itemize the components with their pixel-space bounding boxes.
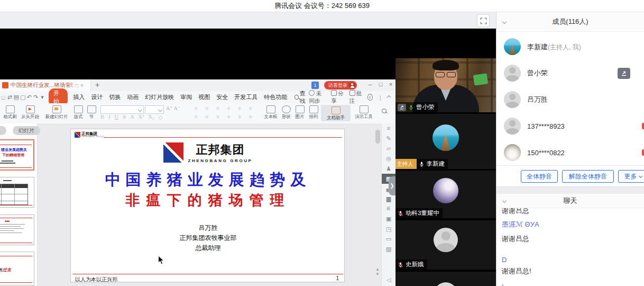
layout-button[interactable]: 版式 [71, 104, 86, 120]
collapse-chat-icon[interactable] [502, 199, 507, 203]
photo-icon[interactable]: ▨ [382, 244, 395, 254]
sync-status[interactable]: 未同步 [309, 90, 326, 105]
frame-icon[interactable]: ▭ [382, 234, 395, 244]
window-close-button[interactable]: × [387, 81, 395, 87]
more-button[interactable]: 更多 [618, 170, 644, 183]
font-name-select[interactable] [100, 105, 144, 114]
preview-icon[interactable]: ▢ [20, 94, 26, 101]
menu-transition[interactable]: 切换 [109, 93, 121, 101]
video-tile-zengxiaorong[interactable]: 曾小荣 [395, 58, 496, 112]
more-menu-icon[interactable]: ⋮ [378, 94, 383, 101]
present-tools-button[interactable]: 演示工具 [353, 104, 374, 120]
menu-security[interactable]: 安全 [216, 93, 228, 101]
menu-animation[interactable]: 动画 [127, 93, 139, 101]
redo-icon[interactable]: ↷ [33, 94, 39, 101]
chat-message-list[interactable]: 谢谢吕总 墨涯ℳ ΘУΑ 谢谢吕总 D 谢谢吕总! L [496, 208, 644, 286]
undo-icon[interactable]: ↶ [26, 94, 32, 101]
print-icon[interactable]: ▤ [13, 94, 20, 101]
strikethrough-button[interactable]: S [123, 114, 126, 120]
menu-devtools[interactable]: 开发工具 [234, 93, 257, 101]
menu-slideshow[interactable]: 幻灯片放映 [145, 93, 174, 101]
slide-scrollbar-thumb[interactable] [375, 130, 380, 144]
unmute-all-button[interactable]: 解除全体静音 [562, 170, 614, 183]
textbox-button[interactable]: 文本框 [262, 104, 279, 120]
italic-button[interactable]: I [108, 114, 111, 120]
video-tile-partial[interactable] [395, 272, 496, 286]
guest-login-button[interactable]: 访客登录 [324, 81, 357, 90]
slides-tab-pill[interactable]: 幻灯片 [13, 126, 40, 135]
settings-icon[interactable]: ◎ [382, 154, 395, 164]
member-row[interactable]: 李新建(主持人, 我) [496, 33, 644, 60]
help-icon[interactable]: i [367, 94, 373, 101]
flow-icon[interactable]: ⚟ [382, 204, 395, 214]
superscript-button[interactable]: X² [139, 114, 144, 120]
paragraph-icons-row1[interactable]: ≡ ≡ ≡ ≡ ≡ ≡ [195, 105, 255, 111]
section-button[interactable]: 节 [87, 104, 96, 120]
video-tile-lixinjian[interactable]: 主持人 李新建 [395, 114, 496, 169]
award-icon[interactable]: ♟ [382, 164, 395, 174]
window-minimize-button[interactable]: – [366, 81, 374, 87]
comment-button[interactable]: 批注 [349, 90, 363, 105]
menu-review[interactable]: 审阅 [180, 93, 192, 101]
slide-thumbnail-4[interactable]: 猪行业的过去 [0, 252, 34, 285]
play-from-start-button[interactable]: 从头开始 [19, 104, 41, 120]
member-row[interactable]: 150****0822 [496, 139, 644, 166]
slide-thumbnail-2[interactable] [0, 177, 34, 208]
tab-close-icon[interactable]: × [80, 83, 84, 88]
menu-insert[interactable]: 插入 [73, 93, 85, 101]
font-size-select[interactable] [145, 105, 164, 114]
slide-thumbnail-3[interactable]: ■■■ [0, 215, 34, 245]
bold-button[interactable]: B [100, 114, 104, 120]
slide-thumbnail-1[interactable]: 猪业发展趋势及 下的精细管理 [0, 139, 34, 171]
member-row[interactable]: 曾小荣 [496, 60, 644, 86]
menu-view[interactable]: 视图 [198, 93, 210, 101]
find-button[interactable]: 查找 [295, 90, 309, 105]
panel-expander-handle[interactable]: ❯ [389, 176, 395, 195]
chat-message: 谢谢吕总! [502, 266, 531, 276]
chat-header[interactable]: 聊天 [496, 194, 644, 208]
member-row[interactable]: 吕万胜 [496, 86, 644, 113]
notification-badge[interactable]: 1 [311, 82, 319, 89]
tab-pin-icon[interactable]: □ [75, 83, 78, 88]
video-tile-shixine[interactable]: 史新娥 [395, 220, 496, 270]
new-tab-button[interactable]: + [95, 81, 99, 89]
style-brush-icon[interactable]: ✎ [382, 133, 395, 144]
speaker-icon[interactable]: ◁ [382, 275, 395, 285]
object-icon[interactable]: ▱ [382, 144, 395, 154]
format-painter-button[interactable]: 格式刷 [2, 104, 18, 120]
font-color-button[interactable]: A [130, 114, 134, 120]
image-tool-icon[interactable]: ▣ [382, 214, 395, 224]
member-sharing-icon [618, 68, 630, 79]
collapse-members-icon[interactable] [502, 20, 507, 24]
video-tile-dongyaozhong[interactable]: 动科3董耀中 [395, 171, 496, 218]
chat-message: 谢谢吕总 [502, 234, 529, 244]
mute-all-button[interactable]: 全体静音 [521, 170, 558, 183]
ribbon-search-icon[interactable] [382, 109, 387, 113]
font-grow-shrink[interactable]: A⁺ A⁻ [166, 105, 180, 111]
sync-icon[interactable]: ⇄ [6, 94, 13, 101]
properties-icon[interactable]: ≡ [382, 123, 395, 133]
doc-assistant-button[interactable]: 文档助手 [321, 105, 351, 121]
quickbar-dropdown-icon[interactable]: ▾ [39, 94, 45, 101]
share-button[interactable]: 分享 [331, 90, 344, 105]
arrange-button[interactable]: 排列 [307, 104, 320, 120]
menu-features[interactable]: 特色功能 [264, 93, 287, 101]
wps-document-tab[interactable]: 中国生猪行业发...猪场管理2.0 □ × [0, 79, 91, 91]
shapes-button[interactable]: 形状 [279, 104, 293, 120]
member-row[interactable]: 137****8923 [496, 113, 644, 139]
new-slide-button[interactable]: 新建幻灯片 [43, 104, 70, 120]
save-icon[interactable]: □ [0, 94, 6, 101]
text-effect-button[interactable]: ◇ [159, 114, 163, 120]
window-maximize-button[interactable]: □ [376, 81, 385, 87]
fullscreen-button[interactable] [477, 14, 490, 27]
menu-design[interactable]: 设计 [91, 93, 103, 101]
collapse-ribbon-icon[interactable] [387, 95, 391, 100]
picture-button[interactable]: 图片 [293, 104, 307, 120]
prev-next-slide-buttons[interactable]: ▲▼ [375, 267, 380, 276]
members-header[interactable]: 成员(116人) [496, 12, 644, 32]
subscript-button[interactable]: X₂ [148, 114, 154, 120]
export-icon[interactable]: ◳ [382, 224, 395, 234]
paragraph-icons-row2[interactable]: ≡ ≡ ≡ ≡ ≡ ≡ [195, 114, 255, 120]
slide-canvas[interactable]: 正邦集团 ZHENGBANG GROUP 正邦集团 ZHENGBANG GROU… [70, 129, 345, 282]
underline-button[interactable]: U [115, 114, 119, 120]
